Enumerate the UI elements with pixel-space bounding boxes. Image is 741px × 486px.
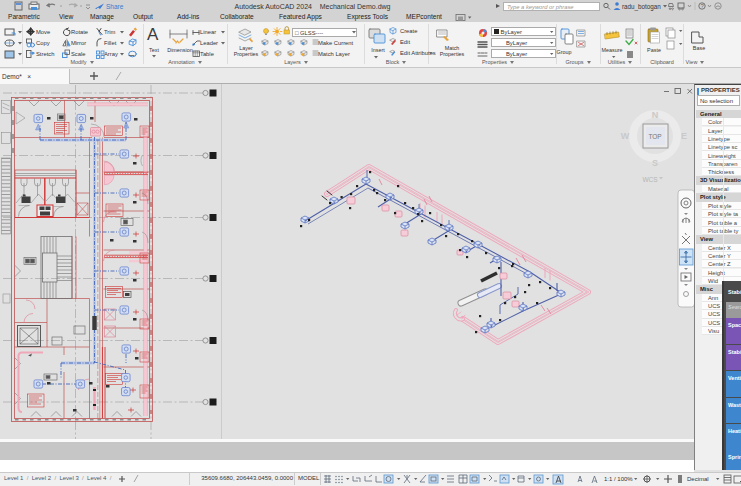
svg-text:W: W xyxy=(621,131,630,141)
svg-text:WCS: WCS xyxy=(642,176,658,183)
svg-text:Decimal: Decimal xyxy=(687,476,709,482)
svg-text:N: N xyxy=(652,110,659,120)
svg-text:S: S xyxy=(652,158,658,168)
svg-text:E: E xyxy=(681,131,687,141)
svg-text:1:1 / 100%: 1:1 / 100% xyxy=(604,476,633,482)
svg-text:TOP: TOP xyxy=(648,133,661,140)
